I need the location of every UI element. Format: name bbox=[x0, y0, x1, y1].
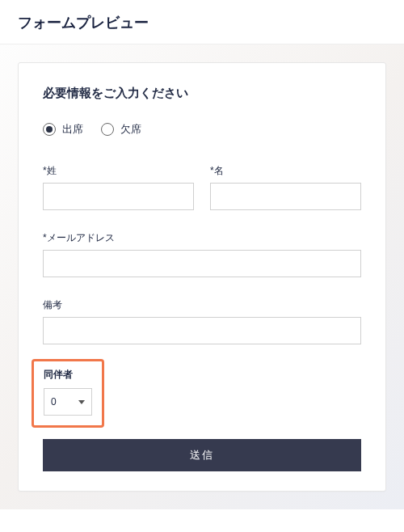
email-field: *メールアドレス bbox=[43, 231, 361, 277]
email-input[interactable] bbox=[43, 250, 361, 277]
chevron-down-icon bbox=[78, 400, 85, 404]
form-card: 必要情報をご入力ください 出席 欠席 *姓 *名 bbox=[18, 62, 386, 492]
notes-input[interactable] bbox=[43, 317, 361, 344]
last-name-label: *姓 bbox=[43, 164, 194, 178]
companions-highlight: 同伴者 0 bbox=[32, 359, 104, 428]
attendance-radio-group: 出席 欠席 bbox=[43, 122, 361, 137]
companions-label: 同伴者 bbox=[44, 368, 92, 382]
companions-value: 0 bbox=[51, 396, 57, 407]
first-name-input[interactable] bbox=[210, 183, 361, 210]
first-name-field: *名 bbox=[210, 164, 361, 210]
form-title: 必要情報をご入力ください bbox=[43, 86, 361, 101]
radio-absent-label: 欠席 bbox=[120, 122, 141, 137]
email-label: *メールアドレス bbox=[43, 231, 361, 245]
preview-background: 必要情報をご入力ください 出席 欠席 *姓 *名 bbox=[0, 44, 404, 509]
radio-attend-label: 出席 bbox=[62, 122, 83, 137]
radio-attend[interactable]: 出席 bbox=[43, 122, 83, 137]
radio-absent[interactable]: 欠席 bbox=[101, 122, 141, 137]
submit-label: 送信 bbox=[190, 448, 214, 462]
companions-select[interactable]: 0 bbox=[44, 388, 92, 416]
last-name-input[interactable] bbox=[43, 183, 194, 210]
radio-absent-circle bbox=[101, 123, 114, 136]
notes-field: 備考 bbox=[43, 298, 361, 344]
page-title: フォームプレビュー bbox=[0, 0, 404, 44]
radio-attend-circle bbox=[43, 123, 56, 136]
first-name-label: *名 bbox=[210, 164, 361, 178]
submit-button[interactable]: 送信 bbox=[43, 439, 361, 471]
notes-label: 備考 bbox=[43, 298, 361, 312]
last-name-field: *姓 bbox=[43, 164, 194, 210]
